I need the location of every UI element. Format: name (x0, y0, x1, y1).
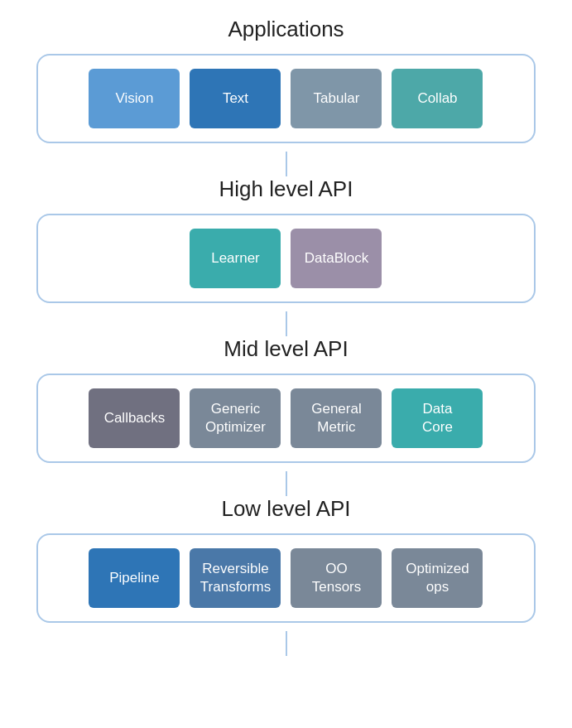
low-level-api-section: Low level API Pipeline ReversibleTransfo… (8, 496, 564, 623)
general-metric-box: GeneralMetric (291, 388, 382, 448)
optimized-ops-box: Optimizedops (392, 548, 483, 608)
low-level-bracket: Pipeline ReversibleTransforms OOTensors … (36, 533, 536, 623)
vision-box: Vision (89, 69, 180, 128)
high-level-api-title: High level API (219, 176, 353, 202)
mid-level-bracket: Callbacks GenericOptimizer GeneralMetric… (36, 374, 536, 463)
text-box: Text (190, 69, 281, 128)
high-level-bracket: Learner DataBlock (36, 214, 536, 303)
reversible-transforms-box: ReversibleTransforms (190, 548, 281, 608)
low-level-row: Pipeline ReversibleTransforms OOTensors … (89, 543, 483, 613)
connector-4 (286, 631, 287, 656)
callbacks-box: Callbacks (89, 388, 180, 448)
applications-section: Applications Vision Text Tabular Collab (8, 17, 564, 143)
data-core-box: DataCore (392, 388, 483, 448)
connector-3 (286, 471, 287, 496)
high-level-api-section: High level API Learner DataBlock (8, 176, 564, 303)
generic-optimizer-box: GenericOptimizer (190, 388, 281, 448)
pipeline-box: Pipeline (89, 548, 180, 608)
mid-level-api-section: Mid level API Callbacks GenericOptimizer… (8, 336, 564, 463)
mid-level-api-title: Mid level API (224, 336, 348, 362)
learner-box: Learner (190, 229, 281, 288)
oo-tensors-box: OOTensors (291, 548, 382, 608)
applications-row: Vision Text Tabular Collab (89, 64, 483, 133)
datablock-box: DataBlock (291, 229, 382, 288)
connector-2 (286, 311, 287, 336)
applications-bracket: Vision Text Tabular Collab (36, 54, 536, 143)
collab-box: Collab (392, 69, 483, 128)
low-level-api-title: Low level API (221, 496, 350, 522)
connector-1 (286, 152, 287, 176)
applications-title: Applications (228, 17, 344, 42)
mid-level-row: Callbacks GenericOptimizer GeneralMetric… (89, 383, 483, 453)
high-level-row: Learner DataBlock (190, 224, 382, 293)
tabular-box: Tabular (291, 69, 382, 128)
